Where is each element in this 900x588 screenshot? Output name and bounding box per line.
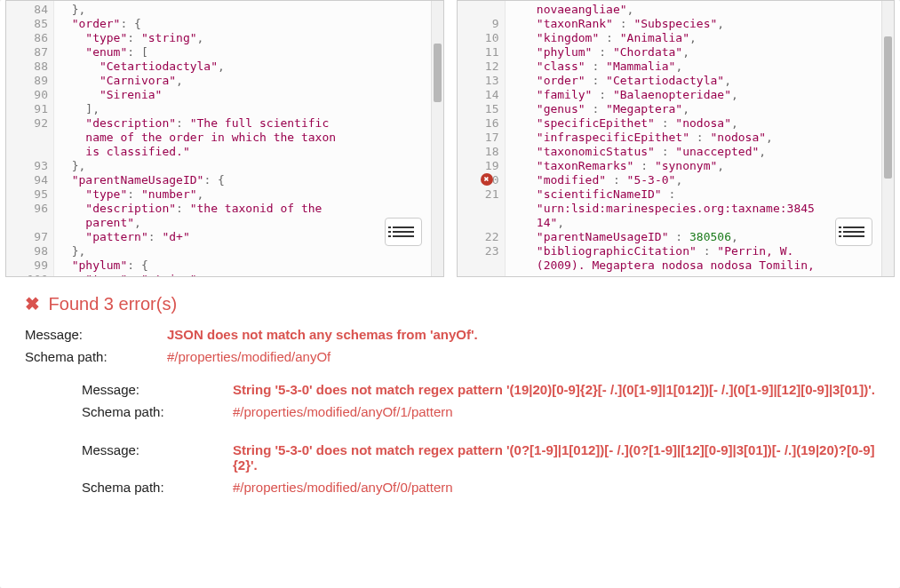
label-schema-path: Schema path: (82, 404, 233, 419)
gutter-right: 91011121314151617181920212223 (458, 1, 506, 276)
error-row: Schema path: #/properties/modified/anyOf… (82, 404, 875, 419)
label-message: Message: (25, 327, 167, 342)
sub-errors: Message: String '5-3-0' does not match r… (82, 382, 875, 495)
value-schema-path: #/properties/modified/anyOf/0/pattern (233, 480, 875, 495)
label-message: Message: (82, 382, 233, 397)
error-row: Schema path: #/properties/modified/anyOf (25, 349, 875, 364)
label-schema-path: Schema path: (25, 349, 167, 364)
error-row: Schema path: #/properties/modified/anyOf… (82, 480, 875, 495)
list-button-right[interactable] (835, 218, 872, 246)
schema-editor[interactable]: 84858687888990919293949596979899100 }, "… (5, 0, 444, 277)
error-row: Message: String '5-3-0' does not match r… (82, 382, 875, 397)
scroll-thumb-right[interactable] (884, 36, 892, 179)
code-left[interactable]: }, "order": { "type": "string", "enum": … (54, 1, 431, 276)
value-schema-path: #/properties/modified/anyOf (167, 349, 875, 364)
scrollbar-right[interactable] (881, 1, 894, 276)
code-right[interactable]: novaeangliae", "taxonRank" : "Subspecies… (506, 1, 882, 276)
scrollbar-left[interactable] (431, 1, 443, 276)
validation-results: ✖ Found 3 error(s) Message: JSON does no… (0, 277, 900, 505)
value-message: String '5-3-0' does not match regex patt… (233, 382, 875, 397)
label-message: Message: (82, 442, 233, 473)
error-row: Message: String '5-3-0' does not match r… (82, 442, 875, 473)
value-message: JSON does not match any schemas from 'an… (167, 327, 875, 342)
app-frame: 84858687888990919293949596979899100 }, "… (0, 0, 900, 588)
scroll-thumb-left[interactable] (434, 44, 442, 102)
list-button-left[interactable] (385, 218, 422, 246)
close-icon: ✖ (25, 294, 40, 314)
error-heading: ✖ Found 3 error(s) (25, 293, 875, 314)
value-message: String '5-3-0' does not match regex patt… (233, 442, 875, 473)
gutter-left: 84858687888990919293949596979899100 (6, 1, 54, 276)
value-schema-path: #/properties/modified/anyOf/1/pattern (233, 404, 875, 419)
label-schema-path: Schema path: (82, 480, 233, 495)
data-editor[interactable]: 91011121314151617181920212223 novaeangli… (457, 0, 896, 277)
error-marker-icon[interactable]: ✖ (481, 173, 493, 186)
editor-split: 84858687888990919293949596979899100 }, "… (0, 0, 900, 277)
error-row: Message: JSON does not match any schemas… (25, 327, 875, 342)
error-heading-text: Found 3 error(s) (49, 294, 178, 314)
